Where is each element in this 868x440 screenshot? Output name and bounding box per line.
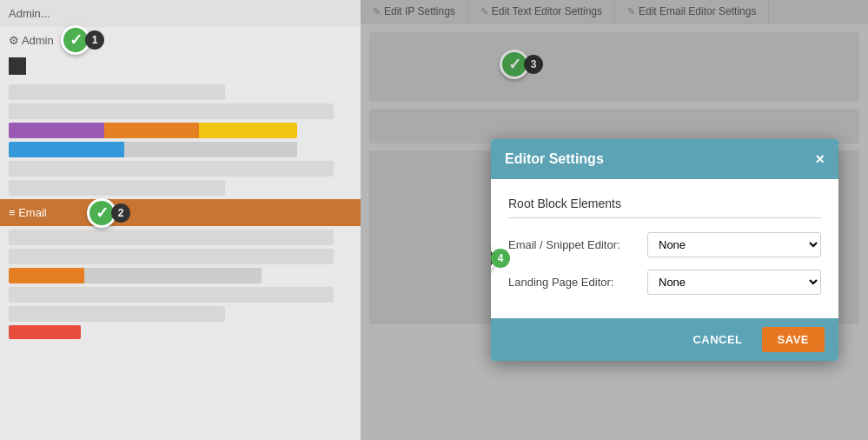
step4-badge: ✓ 4: [491, 243, 510, 273]
color-swatch: [9, 57, 26, 75]
landing-editor-select[interactable]: None Option1 Option2: [647, 270, 821, 295]
step4-number: 4: [491, 249, 510, 268]
blurred-row-4: [9, 180, 225, 196]
modal-section-title: Root Block Elements: [508, 197, 821, 218]
main-area: ✎ Edit IP Settings ✎ Edit Text Editor Se…: [361, 0, 868, 440]
cancel-button[interactable]: CANCEL: [682, 328, 752, 351]
save-button[interactable]: SAVE: [762, 327, 825, 352]
step1-badge: ✓ 1: [61, 25, 104, 55]
editor-settings-modal: ✓ 4 Editor Settings × Root Block Element…: [491, 139, 838, 361]
modal-body: Root Block Elements Email / Snippet Edit…: [491, 179, 838, 318]
email-editor-label: Email / Snippet Editor:: [508, 238, 647, 251]
blurred-row-1: [9, 84, 225, 100]
email-label: ≡ Email: [9, 206, 47, 219]
blurred-row-7: [9, 287, 334, 303]
color-strip-orange: [9, 268, 262, 283]
color-block-row: [0, 54, 361, 81]
step1-number: 1: [85, 30, 104, 50]
modal-header: Editor Settings ×: [491, 139, 838, 179]
color-strip-red: [9, 325, 81, 339]
modal-title: Editor Settings: [505, 151, 604, 167]
blurred-row-5: [9, 230, 334, 245]
modal-footer: CANCEL SAVE: [491, 318, 838, 361]
blurred-row-6: [9, 249, 334, 264]
form-row-email-editor: Email / Snippet Editor: None Option1 Opt…: [508, 232, 821, 257]
sidebar-item-email[interactable]: ≡ Email ✓ 2: [0, 199, 361, 226]
form-row-landing-editor: Landing Page Editor: None Option1 Option…: [508, 270, 821, 295]
sidebar-item-admin[interactable]: ⚙ Admin ✓ 1: [0, 27, 361, 54]
step2-number: 2: [111, 203, 130, 223]
admin-label: ⚙ Admin: [9, 34, 54, 47]
color-strip-multi: [9, 123, 297, 138]
email-editor-select[interactable]: None Option1 Option2: [647, 232, 821, 257]
landing-editor-label: Landing Page Editor:: [508, 276, 647, 289]
blurred-row-8: [9, 306, 225, 322]
modal-close-button[interactable]: ×: [815, 151, 825, 167]
sidebar-header: Admin...: [0, 0, 361, 27]
sidebar: Admin... ⚙ Admin ✓ 1 ≡ Email ✓ 2: [0, 0, 361, 440]
color-strip-blue: [9, 142, 297, 157]
blurred-row-2: [9, 103, 334, 119]
step2-badge: ✓ 2: [87, 198, 130, 228]
blurred-row-3: [9, 161, 334, 177]
